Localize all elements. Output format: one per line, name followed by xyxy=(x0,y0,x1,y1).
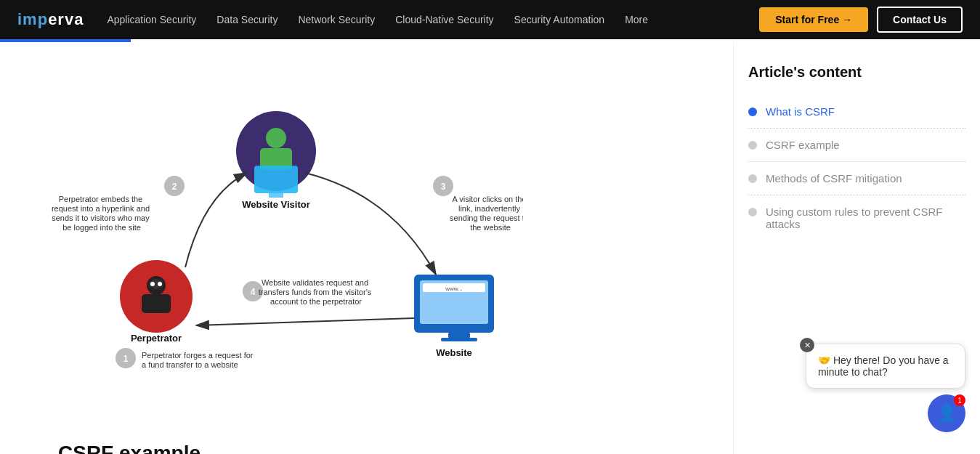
csrf-example-heading: CSRF example xyxy=(29,442,733,454)
svg-text:Website Visitor: Website Visitor xyxy=(242,199,309,210)
toc-label-custom-rules: Using custom rules to prevent CSRF attac… xyxy=(766,206,965,230)
nav-data-security[interactable]: Data Security xyxy=(216,14,278,25)
svg-text:www...: www... xyxy=(445,285,463,292)
toc-item-csrf[interactable]: What is CSRF xyxy=(748,95,965,129)
svg-text:A visitor clicks on the
      : A visitor clicks on the link, inadverten… xyxy=(450,195,523,232)
chat-close-button[interactable]: ✕ xyxy=(800,338,814,352)
start-for-free-button[interactable]: Start for Free → xyxy=(759,7,868,32)
toc-label-mitigation: Methods of CSRF mitigation xyxy=(766,172,902,185)
toc-label-csrf-example: CSRF example xyxy=(766,139,840,151)
csrf-example-section: CSRF example xyxy=(0,420,733,454)
nav-network-security[interactable]: Network Security xyxy=(298,14,375,25)
nav-app-security[interactable]: Application Security xyxy=(107,14,196,25)
toc-item-mitigation[interactable]: Methods of CSRF mitigation xyxy=(748,162,965,195)
svg-rect-3 xyxy=(254,166,298,193)
nav-links: Application Security Data Security Netwo… xyxy=(107,14,759,25)
nav-security-automation[interactable]: Security Automation xyxy=(514,14,605,25)
navbar-actions: Start for Free → Contact Us xyxy=(759,7,963,33)
chat-widget: ✕ 🤝 Hey there! Do you have a minute to c… xyxy=(806,344,965,432)
nav-more[interactable]: More xyxy=(625,14,648,25)
svg-point-11 xyxy=(158,282,162,286)
toc-item-custom-rules[interactable]: Using custom rules to prevent CSRF attac… xyxy=(748,195,965,240)
nav-cloud-native[interactable]: Cloud-Native Security xyxy=(395,14,493,25)
logo: imperva xyxy=(17,10,84,29)
svg-text:2: 2 xyxy=(172,182,177,192)
svg-text:4: 4 xyxy=(251,287,256,297)
contact-us-button[interactable]: Contact Us xyxy=(877,7,963,33)
toc-dot-inactive-1 xyxy=(748,141,757,150)
svg-rect-18 xyxy=(441,338,477,341)
svg-text:Perpetrator: Perpetrator xyxy=(131,333,182,344)
diagram-area: Website Visitor Perpetrator www... xyxy=(0,42,733,420)
toc-dot-inactive-2 xyxy=(748,174,757,183)
toc-item-csrf-example[interactable]: CSRF example xyxy=(748,129,965,162)
svg-rect-17 xyxy=(448,333,470,339)
chat-bubble-wrapper: ✕ 🤝 Hey there! Do you have a minute to c… xyxy=(806,344,965,389)
csrf-diagram: Website Visitor Perpetrator www... xyxy=(29,71,523,376)
svg-text:Perpetrator forges a request f: Perpetrator forges a request for a fund … xyxy=(142,351,256,369)
svg-text:1: 1 xyxy=(123,354,129,364)
svg-point-1 xyxy=(266,128,286,148)
toc-title: Article's content xyxy=(748,64,965,81)
svg-text:Website: Website xyxy=(436,347,472,358)
chat-avatar-button[interactable]: 👤 1 xyxy=(928,394,965,432)
toc-label-csrf: What is CSRF xyxy=(766,105,835,118)
svg-text:Perpetrator embeds the
       : Perpetrator embeds the request into a hy… xyxy=(52,195,152,232)
chat-bubble: 🤝 Hey there! Do you have a minute to cha… xyxy=(806,344,965,389)
chat-notification-badge: 1 xyxy=(954,394,965,406)
svg-rect-4 xyxy=(269,193,283,198)
chat-avatar-icon: 👤 xyxy=(937,404,957,423)
svg-rect-8 xyxy=(142,294,171,313)
navbar: imperva Application Security Data Securi… xyxy=(0,0,980,39)
toc-dot-active xyxy=(748,108,757,116)
svg-text:Website validates request and
: Website validates request and transfers … xyxy=(259,278,374,306)
toc-dot-inactive-3 xyxy=(748,208,757,216)
svg-text:3: 3 xyxy=(441,182,446,192)
svg-point-10 xyxy=(150,282,155,286)
